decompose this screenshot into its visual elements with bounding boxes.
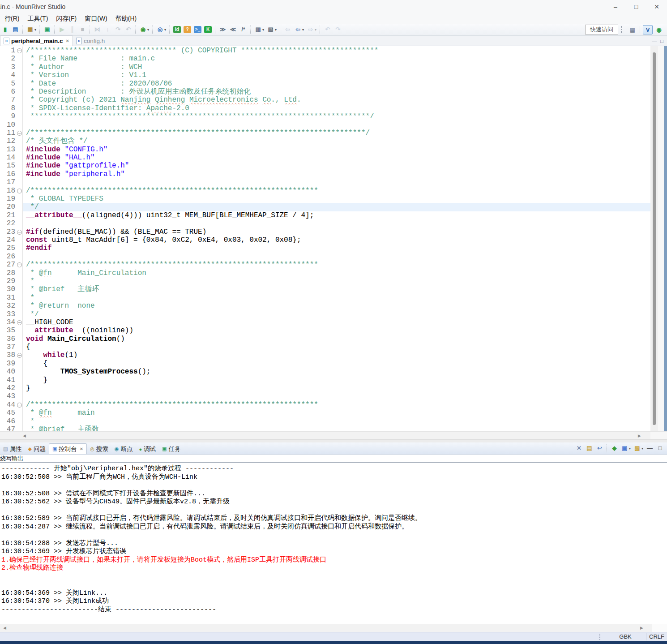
line-number[interactable]: 7: [0, 96, 17, 104]
line-number[interactable]: 16: [0, 170, 17, 178]
menu-item[interactable]: 闪存(F): [52, 13, 81, 24]
id-icon[interactable]: Id: [172, 25, 182, 34]
fold-marker-icon[interactable]: [17, 203, 22, 211]
code-text[interactable]: #if(defined(BLE_MAC)) && (BLE_MAC == TRU…: [22, 228, 650, 236]
shift-left-icon[interactable]: ≪: [228, 25, 238, 34]
step-into-icon[interactable]: ↓: [103, 25, 112, 34]
new-wizard-icon[interactable]: ▧▾: [266, 25, 278, 34]
forward-icon[interactable]: ⇨▾: [306, 25, 317, 34]
code-text[interactable]: * SPDX-License-Identifier: Apache-2.0: [22, 104, 650, 112]
dropdown-arrow-icon[interactable]: ▾: [302, 28, 304, 32]
pin-console-icon[interactable]: ◆: [610, 443, 619, 453]
line-number[interactable]: 47: [0, 425, 17, 431]
line-number[interactable]: 4: [0, 71, 17, 79]
code-text[interactable]: [22, 178, 650, 186]
pause-icon[interactable]: ║: [68, 25, 77, 34]
line-number[interactable]: 17: [0, 178, 17, 186]
fold-marker-icon[interactable]: [17, 170, 22, 178]
fold-marker-icon[interactable]: [17, 178, 22, 186]
line-number[interactable]: 10: [0, 121, 17, 129]
line-number[interactable]: 37: [0, 343, 17, 351]
line-number[interactable]: 28: [0, 269, 17, 277]
dropdown-arrow-icon[interactable]: ▾: [34, 28, 36, 32]
code-text[interactable]: * File Name : main.c: [22, 55, 650, 63]
code-text[interactable]: * Version : V1.1: [22, 71, 650, 79]
restore-editor-icon[interactable]: □: [660, 37, 663, 46]
last-edit-location-icon[interactable]: ↶: [323, 25, 332, 34]
fold-marker-icon[interactable]: [17, 425, 22, 431]
back-icon[interactable]: ⇦: [283, 25, 292, 34]
line-number[interactable]: 26: [0, 253, 17, 261]
console-panel-tab-搜索[interactable]: ◎搜索: [87, 444, 111, 454]
fold-marker-icon[interactable]: [17, 80, 22, 88]
code-text[interactable]: */: [22, 203, 650, 211]
dropdown-arrow-icon[interactable]: ▾: [629, 447, 631, 451]
word-wrap-icon[interactable]: ↩: [595, 443, 604, 453]
scroll-left-arrow-icon[interactable]: ◀: [1, 624, 9, 632]
fold-marker-icon[interactable]: [17, 261, 22, 269]
line-number[interactable]: 45: [0, 409, 17, 417]
code-text[interactable]: #include "HAL.h": [22, 154, 650, 162]
code-text[interactable]: /***************************************…: [22, 401, 650, 409]
editor-tab-config.h[interactable]: cconfig.h: [73, 36, 108, 46]
code-text[interactable]: #include "CONFIG.h": [22, 146, 650, 154]
line-number[interactable]: 11: [0, 129, 17, 137]
fold-marker-icon[interactable]: [17, 244, 22, 252]
line-number[interactable]: 3: [0, 63, 17, 71]
minimize-editor-icon[interactable]: —: [652, 37, 657, 46]
fold-marker-icon[interactable]: [17, 409, 22, 417]
editor-horizontal-scrollbar[interactable]: ◀ ▶: [0, 431, 667, 439]
scroll-lock-icon[interactable]: ▤: [585, 443, 594, 453]
fold-marker-icon[interactable]: [17, 228, 22, 236]
fold-marker-icon[interactable]: [17, 211, 22, 219]
console-panel-tab-控制台[interactable]: ▣控制台✕: [49, 443, 87, 454]
fold-marker-icon[interactable]: [17, 129, 22, 137]
code-text[interactable]: [22, 121, 650, 129]
resume-icon[interactable]: ▶: [57, 25, 67, 34]
line-number[interactable]: 2: [0, 55, 17, 63]
k-icon[interactable]: K: [203, 25, 213, 34]
line-number[interactable]: 14: [0, 154, 17, 162]
close-tab-icon[interactable]: ✕: [66, 39, 69, 43]
fold-marker-icon[interactable]: [17, 96, 22, 104]
dropdown-arrow-icon[interactable]: ▾: [147, 28, 149, 32]
code-text[interactable]: ****************************************…: [22, 112, 650, 120]
fold-marker-icon[interactable]: [17, 63, 22, 71]
code-text[interactable]: __HIGH_CODE: [22, 318, 650, 326]
fold-marker-icon[interactable]: [17, 368, 22, 376]
code-text[interactable]: * @return none: [22, 302, 650, 310]
line-number[interactable]: 32: [0, 302, 17, 310]
line-number[interactable]: 21: [0, 211, 17, 219]
save-icon[interactable]: ▮: [0, 25, 10, 34]
serial-monitor-icon[interactable]: ▣: [43, 25, 52, 34]
code-text[interactable]: __attribute__((aligned(4))) uint32_t MEM…: [22, 211, 650, 219]
maximize-panel-icon[interactable]: □: [655, 443, 665, 453]
code-text[interactable]: #include "gattprofile.h": [22, 162, 650, 170]
help-icon[interactable]: ?: [183, 25, 192, 34]
fold-marker-icon[interactable]: [17, 277, 22, 285]
debug-icon[interactable]: ◉▾: [138, 25, 150, 34]
menu-item[interactable]: 行(R): [0, 13, 23, 24]
console-panel-tab-任务[interactable]: ▣任务: [159, 444, 184, 454]
line-number[interactable]: 12: [0, 137, 17, 145]
fold-marker-icon[interactable]: [17, 162, 22, 170]
dropdown-arrow-icon[interactable]: ▾: [315, 28, 316, 32]
line-number[interactable]: 31: [0, 294, 17, 302]
dropdown-arrow-icon[interactable]: ▾: [275, 28, 277, 32]
fold-marker-icon[interactable]: [17, 154, 22, 162]
dropdown-arrow-icon[interactable]: ▾: [164, 28, 166, 32]
line-number[interactable]: 36: [0, 335, 17, 343]
fold-marker-icon[interactable]: [17, 55, 22, 63]
menu-item[interactable]: 帮助(H): [111, 13, 141, 24]
fold-marker-icon[interactable]: [17, 335, 22, 343]
code-text[interactable]: [22, 392, 650, 400]
debug-perspective-icon[interactable]: ◉: [654, 26, 663, 34]
line-number[interactable]: 40: [0, 368, 17, 376]
line-number[interactable]: 25: [0, 244, 17, 252]
line-number[interactable]: 44: [0, 401, 17, 409]
panel-sash[interactable]: [0, 439, 667, 442]
code-text[interactable]: *: [22, 294, 650, 302]
fold-marker-icon[interactable]: [17, 360, 22, 368]
console-panel-tab-问题[interactable]: ◆问题: [25, 444, 48, 454]
line-number[interactable]: 30: [0, 285, 17, 293]
